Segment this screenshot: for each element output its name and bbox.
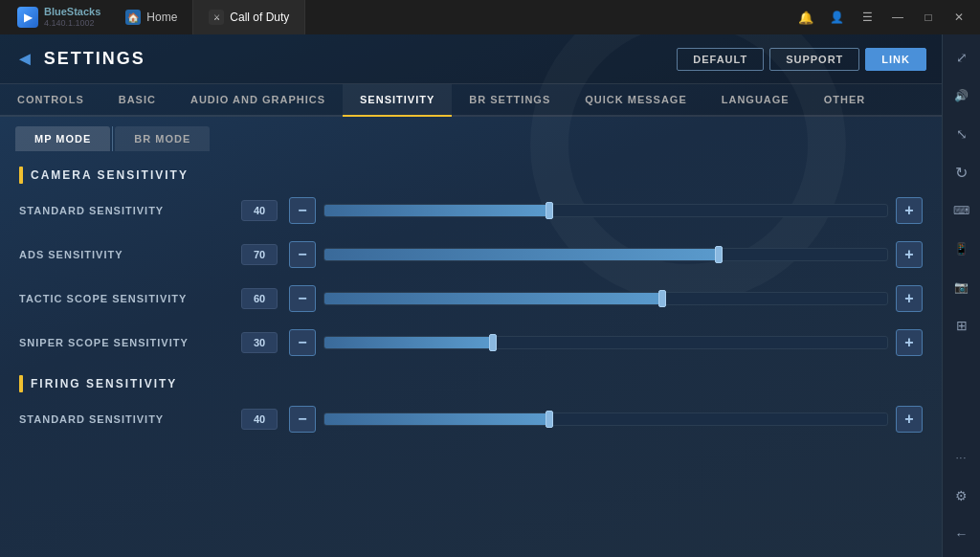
tab-br-settings[interactable]: BR SETTINGS xyxy=(452,84,568,117)
firing-standard-label: STANDARD SENSITIVITY xyxy=(19,413,230,425)
standard-sensitivity-label: STANDARD SENSITIVITY xyxy=(19,205,230,216)
support-btn[interactable]: SUPPORT xyxy=(769,48,859,71)
camera-icon[interactable]: 📷 xyxy=(947,272,977,302)
tactic-scope-label: TACTIC SCOPE SENSITIVITY xyxy=(19,293,230,304)
tactic-scope-controls: − + xyxy=(289,285,923,312)
scroll-content[interactable]: CAMERA SENSITIVITY STANDARD SENSITIVITY … xyxy=(0,151,942,557)
mode-tab-separator xyxy=(112,126,113,151)
more-icon[interactable]: ··· xyxy=(947,442,977,473)
settings-back-icon: ◄ xyxy=(15,48,34,70)
home-tab-icon: 🏠 xyxy=(125,10,141,25)
sniper-scope-thumb[interactable] xyxy=(489,334,497,351)
tab-home[interactable]: 🏠 Home xyxy=(110,0,193,34)
camera-sensitivity-header: CAMERA SENSITIVITY xyxy=(19,167,923,184)
phone-icon[interactable]: 📱 xyxy=(947,234,977,264)
firing-standard-controls: − + xyxy=(289,406,923,433)
link-btn[interactable]: LINK xyxy=(865,48,926,71)
tactic-scope-thumb[interactable] xyxy=(658,290,666,307)
sniper-scope-value: 30 xyxy=(241,332,278,353)
ads-sensitivity-label: ADS SENSITIVITY xyxy=(19,249,230,260)
firing-section-bar xyxy=(19,375,23,392)
mode-tab-mp[interactable]: MP MODE xyxy=(15,126,110,151)
firing-sensitivity-section: FIRING SENSITIVITY STANDARD SENSITIVITY … xyxy=(19,375,923,433)
tab-sensitivity[interactable]: SENSITIVITY xyxy=(343,84,452,117)
standard-sensitivity-minus[interactable]: − xyxy=(289,197,316,224)
menu-btn[interactable]: ☰ xyxy=(854,4,880,31)
firing-sensitivity-title: FIRING SENSITIVITY xyxy=(31,377,177,390)
ads-sensitivity-value: 70 xyxy=(241,244,278,265)
minimize-btn[interactable]: — xyxy=(884,4,911,31)
slider-standard-sensitivity: STANDARD SENSITIVITY 40 − + xyxy=(19,197,923,224)
title-bar-left: ▶ BlueStacks 4.140.1.1002 🏠 Home ⚔ Call … xyxy=(8,0,305,34)
standard-sensitivity-track[interactable] xyxy=(323,204,888,217)
cod-tab-icon: ⚔ xyxy=(209,10,224,25)
bs-logo-text: BlueStacks 4.140.1.1002 xyxy=(44,6,100,29)
ads-sensitivity-minus[interactable]: − xyxy=(289,241,316,268)
sniper-scope-minus[interactable]: − xyxy=(289,329,316,356)
slider-tactic-scope-sensitivity: TACTIC SCOPE SENSITIVITY 60 − + xyxy=(19,285,923,312)
sniper-scope-fill xyxy=(324,337,493,348)
tab-call-of-duty[interactable]: ⚔ Call of Duty xyxy=(193,0,305,34)
section-bar xyxy=(19,167,23,184)
standard-sensitivity-thumb[interactable] xyxy=(546,202,553,219)
mode-tabs: MP MODE BR MODE xyxy=(0,117,942,151)
bluestacks-logo: ▶ BlueStacks 4.140.1.1002 xyxy=(8,0,110,34)
standard-sensitivity-fill xyxy=(324,205,549,216)
sniper-scope-plus[interactable]: + xyxy=(896,329,923,356)
firing-standard-value: 40 xyxy=(241,409,278,430)
slider-ads-sensitivity: ADS SENSITIVITY 70 − + xyxy=(19,241,923,268)
tab-basic[interactable]: BASIC xyxy=(101,84,173,117)
sniper-scope-label: SNIPER SCOPE SENSITIVITY xyxy=(19,337,230,348)
close-btn[interactable]: ✕ xyxy=(946,4,972,31)
resize-icon[interactable]: ⤡ xyxy=(947,119,977,149)
tab-audio-graphics[interactable]: AUDIO AND GRAPHICS xyxy=(173,84,343,117)
tactic-scope-value: 60 xyxy=(241,288,278,309)
volume-icon[interactable]: 🔊 xyxy=(947,80,977,111)
rotate-icon[interactable]: ↻ xyxy=(947,157,977,188)
settings-label: SETTINGS xyxy=(44,49,145,69)
tactic-scope-track[interactable] xyxy=(323,292,888,305)
firing-standard-fill xyxy=(324,413,549,425)
back-nav-icon[interactable]: ← xyxy=(947,519,977,549)
title-bar: ▶ BlueStacks 4.140.1.1002 🏠 Home ⚔ Call … xyxy=(0,0,980,34)
ads-sensitivity-track[interactable] xyxy=(323,248,888,261)
main-container: ◄ SETTINGS DEFAULT SUPPORT LINK CONTROLS… xyxy=(0,34,980,557)
tab-quick-message[interactable]: QUICK MESSAGE xyxy=(568,84,704,117)
standard-sensitivity-controls: − + xyxy=(289,197,923,224)
expand-icon[interactable]: ⤢ xyxy=(947,42,977,73)
mode-tab-br[interactable]: BR MODE xyxy=(115,126,210,151)
firing-standard-track[interactable] xyxy=(323,412,888,426)
settings-title: ◄ SETTINGS xyxy=(15,48,145,70)
nav-tabs: CONTROLS BASIC AUDIO AND GRAPHICS SENSIT… xyxy=(0,84,942,117)
firing-standard-plus[interactable]: + xyxy=(896,406,923,433)
right-sidebar: ⤢ 🔊 ⤡ ↻ ⌨ 📱 📷 ⊞ ··· ⚙ ← xyxy=(942,34,980,557)
tactic-scope-plus[interactable]: + xyxy=(896,285,923,312)
slider-sniper-scope-sensitivity: SNIPER SCOPE SENSITIVITY 30 − + xyxy=(19,329,923,356)
ads-sensitivity-plus[interactable]: + xyxy=(896,241,923,268)
ads-sensitivity-thumb[interactable] xyxy=(715,246,723,263)
sniper-scope-controls: − + xyxy=(289,329,923,356)
gear-icon[interactable]: ⚙ xyxy=(947,480,977,511)
camera-sensitivity-section: CAMERA SENSITIVITY STANDARD SENSITIVITY … xyxy=(19,167,923,356)
maximize-btn[interactable]: □ xyxy=(915,4,942,31)
layers-icon[interactable]: ⊞ xyxy=(947,310,977,341)
firing-standard-thumb[interactable] xyxy=(546,411,553,428)
header-buttons: DEFAULT SUPPORT LINK xyxy=(677,48,926,71)
settings-header: ◄ SETTINGS DEFAULT SUPPORT LINK xyxy=(0,34,942,84)
tab-controls[interactable]: CONTROLS xyxy=(0,84,101,117)
default-btn[interactable]: DEFAULT xyxy=(677,48,764,71)
standard-sensitivity-plus[interactable]: + xyxy=(896,197,923,224)
camera-sensitivity-title: CAMERA SENSITIVITY xyxy=(31,168,189,182)
sniper-scope-track[interactable] xyxy=(323,336,888,349)
tactic-scope-minus[interactable]: − xyxy=(289,285,316,312)
firing-sensitivity-header: FIRING SENSITIVITY xyxy=(19,375,923,392)
ads-sensitivity-controls: − + xyxy=(289,241,923,268)
keyboard-icon[interactable]: ⌨ xyxy=(947,195,977,226)
tab-language[interactable]: LANGUAGE xyxy=(704,84,807,117)
bs-logo-icon: ▶ xyxy=(17,7,38,28)
account-btn[interactable]: 👤 xyxy=(823,4,850,31)
notification-btn[interactable]: 🔔 xyxy=(792,4,819,31)
firing-standard-minus[interactable]: − xyxy=(289,406,316,433)
title-bar-right: 🔔 👤 ☰ — □ ✕ xyxy=(792,4,972,31)
tab-other[interactable]: OTHER xyxy=(807,84,883,117)
